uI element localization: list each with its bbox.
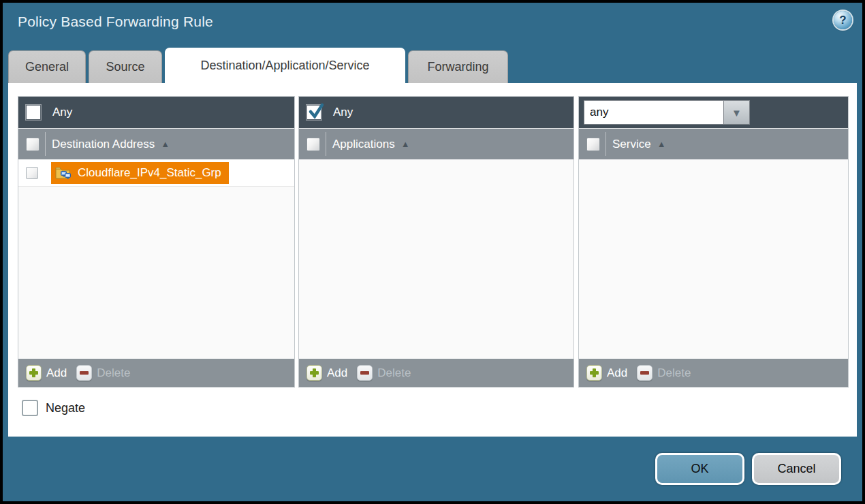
- service-dropdown-bar: any ▼: [579, 97, 848, 128]
- add-button[interactable]: Add: [306, 365, 347, 381]
- destination-any-bar: Any: [18, 97, 294, 128]
- negate-label: Negate: [46, 401, 85, 415]
- service-footer-bar: Add Delete: [579, 358, 848, 387]
- add-button[interactable]: Add: [26, 365, 67, 381]
- sort-asc-icon[interactable]: ▲: [401, 139, 410, 149]
- column-header-label: Service: [612, 138, 651, 151]
- delete-label: Delete: [97, 366, 130, 380]
- destination-any-checkbox[interactable]: [26, 105, 41, 120]
- address-group-icon: [55, 166, 72, 180]
- checkmark-icon: [307, 102, 325, 120]
- tab-label: Forwarding: [427, 60, 488, 74]
- chevron-down-icon: ▼: [732, 107, 742, 119]
- delete-button[interactable]: Delete: [76, 365, 130, 381]
- destination-address-list: Cloudflare_IPv4_Static_Grp: [18, 159, 294, 358]
- address-object-label: Cloudflare_IPv4_Static_Grp: [78, 166, 221, 180]
- sort-asc-icon[interactable]: ▲: [657, 139, 666, 149]
- tab-label: Source: [106, 60, 144, 74]
- selected-address-object[interactable]: Cloudflare_IPv4_Static_Grp: [51, 162, 229, 184]
- add-button[interactable]: Add: [586, 365, 627, 381]
- service-select-all-checkbox[interactable]: [586, 138, 600, 151]
- delete-label: Delete: [657, 366, 691, 380]
- negate-row: Negate: [22, 399, 85, 417]
- tab-label: General: [25, 60, 69, 74]
- tab-destination-application-service[interactable]: Destination/Application/Service: [165, 48, 405, 83]
- cancel-button[interactable]: Cancel: [752, 453, 841, 485]
- delete-button[interactable]: Delete: [637, 365, 691, 381]
- add-icon: [306, 365, 322, 381]
- applications-any-checkbox[interactable]: [306, 105, 321, 120]
- tab-general[interactable]: General: [8, 50, 86, 83]
- policy-based-forwarding-dialog: Policy Based Forwarding Rule ? General S…: [3, 3, 862, 501]
- delete-button[interactable]: Delete: [357, 365, 411, 381]
- add-label: Add: [607, 366, 627, 380]
- delete-icon: [357, 365, 373, 381]
- column-header-label: Applications: [332, 138, 395, 151]
- service-dropdown-value[interactable]: any: [584, 100, 724, 125]
- add-icon: [26, 365, 42, 381]
- delete-icon: [76, 365, 92, 381]
- applications-list: [299, 159, 573, 358]
- destination-any-label: Any: [52, 106, 72, 119]
- row-checkbox[interactable]: [26, 167, 38, 179]
- dialog-title: Policy Based Forwarding Rule: [18, 14, 213, 30]
- service-dropdown[interactable]: any ▼: [584, 100, 750, 125]
- service-panel: any ▼ Service ▲ Add Delete: [578, 96, 849, 388]
- applications-panel: Any Applications ▲ Add Delete: [298, 96, 574, 388]
- tab-bar: General Source Destination/Application/S…: [8, 48, 511, 83]
- service-list: [579, 159, 848, 358]
- table-row[interactable]: Cloudflare_IPv4_Static_Grp: [18, 159, 294, 187]
- add-label: Add: [46, 366, 67, 380]
- applications-any-bar: Any: [299, 97, 573, 128]
- dropdown-arrow-button[interactable]: ▼: [724, 100, 750, 125]
- destination-select-all-checkbox[interactable]: [26, 138, 40, 151]
- negate-checkbox[interactable]: [22, 400, 38, 416]
- applications-footer-bar: Add Delete: [299, 358, 573, 387]
- applications-any-label: Any: [333, 106, 353, 119]
- ok-button[interactable]: OK: [655, 453, 744, 485]
- delete-label: Delete: [377, 366, 411, 380]
- applications-select-all-checkbox[interactable]: [306, 138, 320, 151]
- add-icon: [586, 365, 602, 381]
- delete-icon: [637, 365, 652, 381]
- sort-asc-icon[interactable]: ▲: [161, 139, 170, 149]
- add-label: Add: [327, 366, 347, 380]
- tab-forwarding[interactable]: Forwarding: [408, 50, 508, 83]
- applications-column-header[interactable]: Applications ▲: [299, 128, 573, 159]
- destination-footer-bar: Add Delete: [18, 358, 294, 387]
- service-column-header[interactable]: Service ▲: [579, 128, 848, 159]
- tab-label: Destination/Application/Service: [200, 59, 369, 73]
- destination-address-column-header[interactable]: Destination Address ▲: [18, 128, 294, 159]
- tab-source[interactable]: Source: [89, 50, 162, 83]
- destination-address-panel: Any Destination Address ▲: [18, 96, 295, 388]
- help-icon[interactable]: ?: [834, 11, 852, 29]
- column-header-label: Destination Address: [52, 138, 155, 151]
- tab-content-panel: Any Destination Address ▲: [8, 83, 857, 437]
